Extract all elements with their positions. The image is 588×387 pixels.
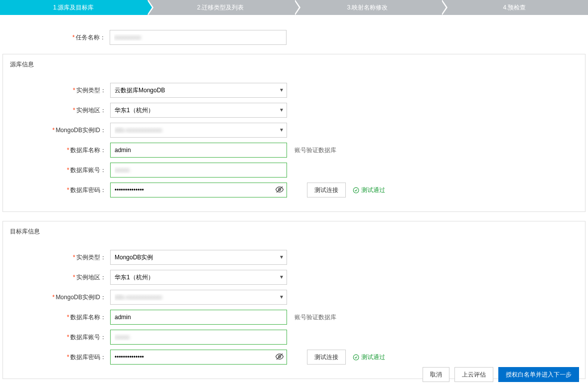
tgt-dbname-label: *数据库名称：	[3, 313, 110, 322]
task-name-label: *任务名称：	[2, 33, 110, 42]
src-password-input[interactable]	[110, 183, 287, 197]
src-instance-id-label: *MongoDB实例ID：	[3, 126, 110, 135]
tgt-dbname-hint: 账号验证数据库	[294, 313, 336, 322]
tgt-account-input[interactable]	[110, 330, 287, 345]
tgt-test-connection-button[interactable]: 测试连接	[307, 350, 346, 365]
task-name-input[interactable]	[110, 30, 287, 45]
cancel-button[interactable]: 取消	[423, 367, 449, 382]
src-instance-id-select[interactable]: dds-xxxxxxxxxxxx	[110, 123, 287, 138]
tgt-test-result: 测试通过	[353, 353, 385, 362]
src-instance-type-label: *实例类型：	[3, 86, 110, 95]
src-password-label: *数据库密码：	[3, 186, 110, 194]
target-panel: 目标库信息 *实例类型： MongoDB实例 *实例地区： 华东1（杭州） *M…	[2, 221, 586, 379]
tgt-password-input[interactable]	[110, 350, 287, 365]
check-circle-icon	[353, 187, 359, 194]
source-panel: 源库信息 *实例类型： 云数据库MongoDB *实例地区： 华东1（杭州） *…	[2, 54, 586, 212]
step-2[interactable]: 2.迁移类型及列表	[147, 0, 294, 15]
tgt-dbname-input[interactable]	[110, 310, 287, 325]
step-1-label: 1.源库及目标库	[53, 4, 94, 11]
src-account-label: *数据库账号：	[3, 166, 110, 175]
eye-icon[interactable]	[275, 185, 284, 195]
step-1[interactable]: 1.源库及目标库	[0, 0, 147, 15]
tgt-instance-id-select[interactable]: dds-xxxxxxxxxxxx	[110, 290, 287, 305]
target-panel-title: 目标库信息	[3, 221, 585, 242]
tgt-account-label: *数据库账号：	[3, 333, 110, 342]
svg-point-5	[353, 355, 359, 360]
tgt-instance-type-label: *实例类型：	[3, 253, 110, 262]
step-4[interactable]: 4.预检查	[441, 0, 588, 15]
svg-point-2	[353, 188, 359, 193]
src-test-result: 测试通过	[353, 186, 385, 194]
src-dbname-input[interactable]	[110, 143, 287, 158]
step-3-label: 3.映射名称修改	[347, 4, 388, 11]
tgt-password-label: *数据库密码：	[3, 353, 110, 362]
src-region-select[interactable]: 华东1（杭州）	[110, 103, 287, 118]
src-instance-type-select[interactable]: 云数据库MongoDB	[110, 83, 287, 98]
cloud-evaluate-button[interactable]: 上云评估	[454, 367, 493, 382]
step-4-label: 4.预检查	[503, 4, 526, 11]
tgt-region-select[interactable]: 华东1（杭州）	[110, 270, 287, 285]
step-3[interactable]: 3.映射名称修改	[294, 0, 441, 15]
src-region-label: *实例地区：	[3, 106, 110, 115]
tgt-instance-type-select[interactable]: MongoDB实例	[110, 250, 287, 265]
step-bar: 1.源库及目标库 2.迁移类型及列表 3.映射名称修改 4.预检查	[0, 0, 588, 15]
footer-actions: 取消 上云评估 授权白名单并进入下一步	[423, 367, 579, 382]
source-panel-title: 源库信息	[3, 54, 585, 75]
tgt-region-label: *实例地区：	[3, 273, 110, 282]
check-circle-icon	[353, 354, 359, 361]
src-dbname-label: *数据库名称：	[3, 146, 110, 155]
eye-icon[interactable]	[275, 352, 284, 363]
authorize-next-button[interactable]: 授权白名单并进入下一步	[498, 367, 579, 382]
step-2-label: 2.迁移类型及列表	[197, 4, 244, 11]
tgt-instance-id-label: *MongoDB实例ID：	[3, 293, 110, 302]
src-account-input[interactable]	[110, 163, 287, 178]
src-dbname-hint: 账号验证数据库	[294, 146, 336, 155]
src-test-connection-button[interactable]: 测试连接	[307, 183, 346, 197]
